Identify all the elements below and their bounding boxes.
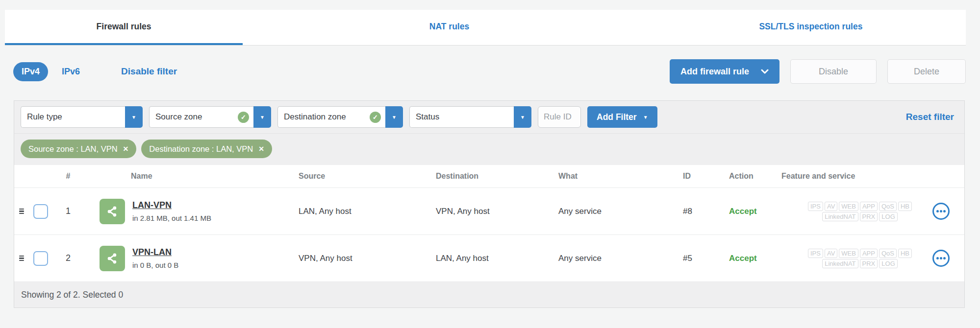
remove-chip-icon[interactable]: ✕ — [123, 145, 129, 153]
feature-badge: APP — [860, 249, 878, 258]
rule-id-input[interactable] — [538, 106, 581, 128]
network-rule-icon — [100, 246, 125, 271]
rule-type-caret-button[interactable]: ▼ — [125, 106, 143, 128]
filter-applied-check-icon: ✓ — [370, 112, 381, 123]
feature-badge: HB — [898, 202, 912, 211]
row-checkbox[interactable] — [33, 251, 48, 266]
header-name: Name — [84, 172, 295, 181]
rule-type-select[interactable]: Rule type ▼ — [21, 106, 143, 128]
rule-name-link[interactable]: LAN-VPN — [132, 200, 172, 210]
rule-traffic: in 0 B, out 0 B — [132, 261, 178, 269]
rule-destination: VPN, Any host — [432, 207, 554, 216]
source-zone-caret-button[interactable]: ▼ — [253, 106, 271, 128]
rule-traffic: in 2.81 MB, out 1.41 MB — [132, 214, 211, 222]
header-number: # — [52, 172, 84, 181]
rule-source: VPN, Any host — [295, 254, 432, 263]
caret-down-icon: ▼ — [131, 115, 136, 120]
header-destination: Destination — [432, 172, 554, 181]
active-filter-chips: Source zone : LAN, VPN ✕ Destination zon… — [14, 134, 964, 165]
header-id: ID — [677, 172, 721, 181]
drag-handle-icon[interactable] — [14, 256, 29, 261]
rule-what: Any service — [554, 207, 677, 216]
add-firewall-rule-button[interactable]: Add firewall rule — [670, 59, 779, 84]
more-actions-button[interactable] — [932, 250, 950, 267]
tab-firewall-rules[interactable]: Firewall rules — [5, 10, 243, 45]
rules-tab-bar: Firewall rules NAT rules SSL/TLS inspect… — [5, 10, 966, 45]
filter-controls: Rule type ▼ Source zone ✓ ▼ Destination … — [14, 101, 964, 134]
add-filter-label: Add Filter — [597, 112, 637, 122]
feature-badge: QoS — [879, 249, 897, 258]
rule-type-select-value: Rule type — [21, 106, 125, 128]
feature-badge: APP — [860, 202, 878, 211]
table-footer: Showing 2 of 2. Selected 0 — [14, 282, 964, 307]
ipv6-toggle[interactable]: IPv6 — [62, 67, 80, 77]
table-row: 1 LAN-VPN in 2.81 MB, out 1.41 MB — [14, 188, 964, 235]
toolbar: IPv4 IPv6 Disable filter Add firewall ru… — [13, 59, 966, 84]
chip-label: Destination zone : LAN, VPN — [149, 144, 253, 154]
feature-badge: PRX — [860, 259, 878, 268]
destination-zone-select[interactable]: Destination zone ✓ ▼ — [277, 106, 403, 128]
add-filter-button[interactable]: Add Filter ▼ — [587, 106, 657, 128]
reset-filter-link[interactable]: Reset filter — [906, 112, 958, 122]
destination-zone-label: Destination zone — [284, 112, 346, 122]
feature-badge: PRX — [860, 212, 878, 221]
filter-applied-check-icon: ✓ — [238, 112, 249, 123]
tab-ssl-tls-inspection-rules[interactable]: SSL/TLS inspection rules — [656, 10, 966, 45]
source-zone-label: Source zone — [155, 112, 202, 122]
feature-badge: LinkedNAT — [822, 212, 858, 221]
destination-zone-caret-button[interactable]: ▼ — [385, 106, 403, 128]
ipv4-toggle[interactable]: IPv4 — [13, 62, 48, 81]
row-count-summary: Showing 2 of 2. Selected 0 — [21, 290, 123, 300]
source-zone-select-value: Source zone ✓ — [149, 106, 253, 128]
feature-badge: LOG — [879, 259, 897, 268]
disable-filter-link[interactable]: Disable filter — [121, 66, 177, 77]
header-action: Action — [721, 172, 778, 181]
tab-nat-rules[interactable]: NAT rules — [243, 10, 656, 45]
destination-zone-select-value: Destination zone ✓ — [277, 106, 385, 128]
status-select-value: Status — [409, 106, 514, 128]
header-feature: Feature and service — [778, 172, 964, 181]
row-checkbox[interactable] — [33, 204, 48, 219]
rule-id: #8 — [677, 207, 721, 216]
source-zone-select[interactable]: Source zone ✓ ▼ — [149, 106, 271, 128]
header-what: What — [554, 172, 677, 181]
rule-action: Accept — [721, 207, 778, 216]
feature-badge: WEB — [839, 249, 858, 258]
rule-source: LAN, Any host — [295, 207, 432, 216]
rule-destination: LAN, Any host — [432, 254, 554, 263]
feature-badge: IPS — [808, 249, 823, 258]
rule-position: 1 — [52, 206, 84, 216]
feature-badge: AV — [825, 202, 837, 211]
rule-action: Accept — [721, 254, 778, 263]
table-row: 2 VPN-LAN in 0 B, out 0 B — [14, 235, 964, 282]
caret-down-icon: ▼ — [260, 115, 265, 120]
rule-what: Any service — [554, 254, 677, 263]
feature-badge: IPS — [808, 202, 823, 211]
firewall-rules-table: # Name Source Destination What ID Action… — [14, 165, 964, 282]
rule-name-link[interactable]: VPN-LAN — [132, 247, 172, 257]
remove-chip-icon[interactable]: ✕ — [258, 145, 264, 153]
caret-down-icon: ▼ — [520, 115, 525, 120]
feature-badge: AV — [825, 249, 837, 258]
status-select[interactable]: Status ▼ — [409, 106, 531, 128]
feature-badge: WEB — [839, 202, 858, 211]
filter-chip-destination-zone: Destination zone : LAN, VPN ✕ — [141, 140, 272, 158]
table-header-row: # Name Source Destination What ID Action… — [14, 165, 964, 188]
drag-handle-icon[interactable] — [14, 209, 29, 214]
firewall-rules-panel: Rule type ▼ Source zone ✓ ▼ Destination … — [14, 100, 965, 308]
add-firewall-rule-label: Add firewall rule — [680, 67, 749, 77]
chip-label: Source zone : LAN, VPN — [28, 144, 118, 154]
toolbar-actions: Add firewall rule Disable Delete — [670, 59, 966, 84]
filter-chip-source-zone: Source zone : LAN, VPN ✕ — [21, 140, 136, 158]
more-actions-button[interactable] — [932, 203, 950, 220]
disable-button[interactable]: Disable — [790, 59, 877, 84]
feature-badge: HB — [898, 249, 912, 258]
status-caret-button[interactable]: ▼ — [514, 106, 531, 128]
feature-badges: IPS AV WEB APP QoS HB LinkedNAT PRX LOG — [792, 249, 928, 268]
delete-button[interactable]: Delete — [887, 59, 966, 84]
share-icon — [106, 205, 119, 218]
chevron-down-icon — [761, 69, 769, 74]
caret-down-icon: ▼ — [392, 115, 397, 120]
status-label: Status — [416, 112, 439, 122]
rule-type-label: Rule type — [27, 112, 62, 122]
